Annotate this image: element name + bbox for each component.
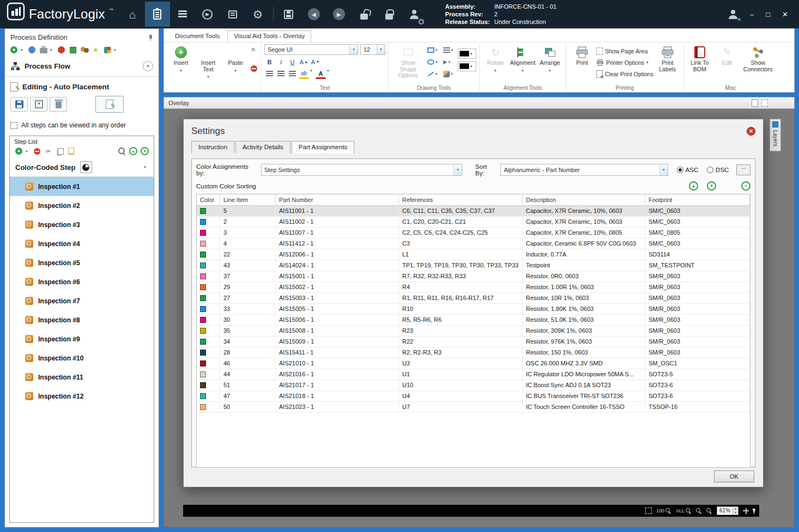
paste-button[interactable] bbox=[66, 146, 76, 156]
step-timer-button[interactable] bbox=[80, 161, 92, 173]
table-row[interactable]: 2 AIS11002 - 1 C1, C20, C20-C21, C21 Cap… bbox=[197, 217, 750, 228]
highlight-button[interactable]: ab bbox=[299, 69, 309, 79]
table-row[interactable]: 29 AIS15002 - 1 R4 Resistor, 1.00R 1%, 0… bbox=[197, 282, 750, 293]
shrink-font-button[interactable]: A▼ bbox=[310, 57, 320, 67]
documents-button[interactable] bbox=[220, 2, 245, 27]
grow-font-button[interactable]: A▲ bbox=[299, 57, 309, 67]
font-color-dropdown-icon[interactable]: ▾ bbox=[327, 69, 331, 79]
lock-button[interactable] bbox=[377, 2, 402, 27]
apps-button[interactable] bbox=[68, 45, 77, 54]
table-row[interactable]: 47 AIS21018 - 1 U4 IC BUS Transceiver TR… bbox=[197, 391, 750, 402]
pointer-button[interactable] bbox=[753, 508, 756, 514]
delete-button[interactable] bbox=[50, 97, 67, 112]
step-list-item[interactable]: Inspection #8 bbox=[10, 310, 154, 329]
table-row[interactable]: 37 AIS15001 - 1 R7, R32, R32-R33, R33 Re… bbox=[197, 271, 750, 282]
link-button[interactable] bbox=[27, 45, 37, 54]
dialog-tab[interactable]: Activity Details bbox=[235, 141, 290, 153]
page-outline-icon[interactable] bbox=[761, 99, 768, 107]
font-size-dropdown-icon[interactable]: ▾ bbox=[377, 45, 385, 54]
zoom-up-icon[interactable]: ▲ bbox=[733, 507, 738, 511]
font-size-combo[interactable]: 12 ▾ bbox=[360, 44, 385, 55]
maximize-button[interactable]: □ bbox=[766, 10, 770, 19]
move-step-up-button[interactable]: ▲ bbox=[129, 146, 138, 156]
save-process-button[interactable] bbox=[10, 97, 28, 112]
step-list-item[interactable]: Inspection #5 bbox=[10, 253, 154, 272]
printer-options-button[interactable]: Printer Options▾ bbox=[596, 58, 653, 68]
design-canvas[interactable]: Layers 100 ALL 61% ▲▼ bbox=[164, 109, 795, 528]
alignment-button[interactable]: Alignment ▾ bbox=[510, 44, 536, 75]
dialog-tab[interactable]: Part Assignments bbox=[292, 141, 354, 154]
table-row[interactable]: 34 AIS15009 - 1 R22 Resistor, 976K 1%, 0… bbox=[197, 337, 750, 347]
step-list-item[interactable]: Inspection #9 bbox=[10, 329, 154, 348]
align-right-button[interactable] bbox=[287, 69, 298, 79]
rotate-button[interactable]: ↻ Rotate ▾ bbox=[482, 44, 509, 75]
delete-button[interactable]: ✕ bbox=[251, 46, 257, 53]
order-checkbox[interactable] bbox=[10, 122, 17, 129]
arrow-style-button[interactable]: ▶▾ bbox=[442, 57, 457, 67]
add-dropdown-icon[interactable]: ▾ bbox=[21, 48, 25, 52]
import-button[interactable] bbox=[30, 97, 47, 112]
table-row[interactable]: 30 AIS15006 - 1 R5, R5-R6, R6 Resistor, … bbox=[197, 315, 750, 326]
asc-radio[interactable] bbox=[677, 167, 683, 173]
line-tool-button[interactable]: ▾ bbox=[426, 69, 441, 79]
print-button[interactable]: Print bbox=[569, 44, 595, 68]
clear-print-options-button[interactable]: Clear Print Options bbox=[596, 69, 653, 79]
align-left-button[interactable] bbox=[264, 69, 275, 79]
zoom-in-button[interactable] bbox=[706, 508, 712, 514]
process-flow-row[interactable]: Process Flow ▼ bbox=[5, 57, 159, 75]
pan-button[interactable] bbox=[743, 508, 749, 514]
cut-button[interactable]: ✂ bbox=[44, 146, 53, 156]
show-connectors-button[interactable]: Show Connectors bbox=[741, 44, 775, 74]
underline-button[interactable]: U bbox=[287, 57, 298, 67]
align-center-button[interactable] bbox=[276, 69, 286, 79]
sort-by-dropdown-icon[interactable]: ▾ bbox=[659, 164, 668, 175]
close-button[interactable]: ✕ bbox=[782, 10, 788, 19]
print-labels-button[interactable]: Print Labels bbox=[655, 44, 681, 74]
step-list-item[interactable]: Inspection #3 bbox=[10, 215, 154, 234]
font-family-combo[interactable]: Segoe UI ▾ bbox=[264, 44, 358, 55]
table-row[interactable]: 44 AIS21016 - 1 U1 IC Regulator LDO Micr… bbox=[197, 369, 750, 380]
pen-style-button[interactable]: ▾ bbox=[442, 69, 457, 79]
navigator-button[interactable]: ▶ bbox=[195, 2, 220, 27]
arrange-button[interactable]: Arrange ▾ bbox=[537, 44, 563, 75]
insert-button[interactable]: + Insert ▾ bbox=[168, 44, 194, 75]
ellipse-tool-button[interactable]: ▾ bbox=[426, 57, 441, 67]
pin-icon[interactable] bbox=[147, 34, 153, 41]
collapse-button[interactable]: ▼ bbox=[143, 61, 153, 71]
save-button[interactable] bbox=[276, 2, 301, 27]
move-step-down-button[interactable]: ▼ bbox=[140, 146, 149, 156]
color-coded-step-row[interactable]: Color-Coded Step ▾ bbox=[10, 158, 154, 177]
table-row[interactable]: 4 AIS11412 - 1 C3 Capacitor, Ceramic 6.8… bbox=[197, 239, 750, 249]
zoom-all-button[interactable]: ALL bbox=[676, 508, 692, 514]
table-row[interactable]: 51 AIS21017 - 1 U10 IC Boost Sync ADJ 0.… bbox=[197, 380, 750, 391]
edit-placement-button[interactable] bbox=[95, 96, 124, 113]
fit-page-icon[interactable] bbox=[752, 99, 758, 107]
dialog-close-icon[interactable]: ✕ bbox=[747, 127, 755, 136]
table-row[interactable]: 50 AIS21023 - 1 U7 IC Touch Screen Contr… bbox=[197, 402, 750, 413]
ok-button[interactable]: OK bbox=[714, 470, 754, 482]
line-color-picker[interactable]: ▾ bbox=[458, 48, 476, 59]
palette-button[interactable] bbox=[102, 45, 112, 54]
palette-dropdown-icon[interactable]: ▾ bbox=[114, 48, 118, 52]
table-row[interactable]: 43 AIS14024 - 1 TP1, TP19, TP19, TP30, T… bbox=[197, 260, 750, 271]
table-row[interactable]: 27 AIS15003 - 1 R1, R11, R11, R16, R16-R… bbox=[197, 293, 750, 304]
print-dropdown-icon[interactable]: ▾ bbox=[50, 48, 55, 52]
layers-tab[interactable]: Layers bbox=[770, 119, 781, 151]
font-family-dropdown-icon[interactable]: ▾ bbox=[349, 45, 358, 54]
add-step-button[interactable]: + bbox=[14, 146, 23, 156]
back-button[interactable]: ◀ bbox=[301, 2, 326, 27]
step-list-item[interactable]: Inspection #6 bbox=[10, 272, 154, 291]
link-to-bom-button[interactable]: Link To BOM bbox=[687, 44, 713, 74]
table-row[interactable]: 35 AIS15008 - 1 R23 Resistor, 309K 1%, 0… bbox=[197, 326, 750, 337]
font-color-button[interactable]: A bbox=[316, 69, 326, 79]
show-page-area-button[interactable]: Show Page Area bbox=[596, 46, 653, 56]
production-button[interactable] bbox=[170, 2, 195, 27]
remove-button[interactable] bbox=[57, 45, 66, 54]
step-type-dropdown-icon[interactable]: ▾ bbox=[144, 165, 148, 169]
bold-button[interactable]: B bbox=[264, 57, 275, 67]
color-assignments-dropdown-icon[interactable]: ▾ bbox=[453, 164, 462, 175]
add-color-button[interactable]: + bbox=[741, 181, 750, 191]
find-step-button[interactable] bbox=[117, 146, 126, 156]
zoom-out-button[interactable] bbox=[696, 508, 702, 514]
table-row[interactable]: 5 AIS11001 - 1 C6, C11, C11, C35, C35, C… bbox=[197, 206, 750, 217]
